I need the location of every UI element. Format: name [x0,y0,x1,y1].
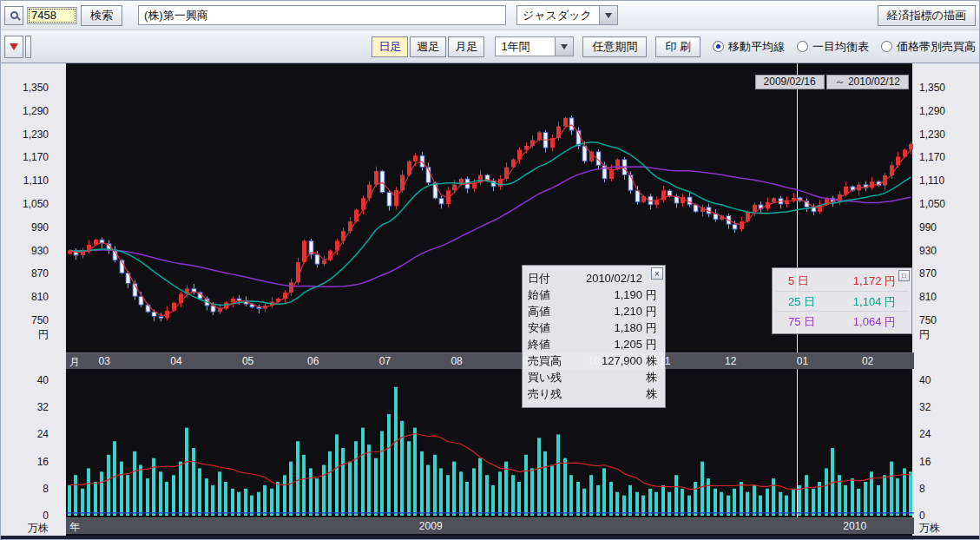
price-axis-label: 1,110 [23,175,49,187]
price-axis-label: 990 [919,221,937,234]
market-select-arrow-button[interactable] [599,5,618,25]
price-axis-label: 1,350 [23,82,49,94]
price-axis-label: 810 [31,291,49,303]
month-label: 01 [797,355,808,367]
volume-axis-label: 16 [919,456,931,468]
ma-legend: □ 5 日1,172 円25 日1,104 円75 日1,064 円 [772,267,912,334]
year-label: 2010 [843,520,866,532]
tooltip-row: 始値1,190円 [528,286,660,303]
radio-icon [797,41,808,52]
volume-axis-label: 0 [919,510,925,522]
tooltip-row: 終値1,205円 [528,336,660,352]
period-monthly-button[interactable]: 月足 [448,36,484,57]
price-axis-label: 1,290 [919,105,945,117]
radio-ichimoku-label: 一目均衡表 [812,39,869,55]
app-window: 検索 ジャスダック 経済指標の描画 日足 週足 月足 1年間 任意期間 印 刷 … [0,0,980,540]
volume-axis-label: 40 [37,374,49,386]
price-axis-label: 870 [919,267,937,280]
toolbar-secondary: 日足 週足 月足 1年間 任意期間 印 刷 移動平均線 一目均衡表 価格帯別売買… [1,30,979,63]
radio-icon [881,41,892,52]
range-select-arrow-button[interactable] [555,36,574,56]
economic-indicator-button[interactable]: 経済指標の描画 [878,5,976,26]
volume-chart[interactable] [66,369,914,517]
volume-axis-label: 32 [919,401,931,413]
tooltip-row: 売買高127,900株 [528,352,660,369]
legend-row: 25 日1,104 円 [776,291,908,311]
month-label: 07 [379,355,391,367]
month-label: 06 [307,355,319,367]
period-controls: 日足 週足 月足 1年間 任意期間 印 刷 移動平均線 一目均衡表 価格帯別売買… [370,36,976,57]
price-axis-unit: 円 [38,328,49,340]
stock-code-input[interactable] [27,7,77,24]
tooltip-row: 日付2010/02/12 [528,270,660,286]
price-axis-label: 1,110 [919,175,944,187]
volume-axis-label: 40 [919,374,931,386]
volume-axis-label: 8 [43,483,49,495]
search-icon-button[interactable] [4,6,23,25]
year-label: 2009 [419,520,443,532]
date-range-end: ～ 2010/02/12 [826,75,909,89]
price-axis-label: 750 [31,314,49,326]
panel-collapse-button[interactable] [4,36,23,58]
price-axis-left: 1,3501,2901,2301,1701,1101,0509909308708… [1,63,66,536]
date-range-badge: 2009/02/16 ～ 2010/02/12 [755,75,909,89]
ohlc-tooltip-rows: 日付2010/02/12始値1,190円高値1,210円安値1,180円終値1,… [528,270,660,402]
price-axis-label: 990 [31,221,49,234]
month-label: 05 [242,355,253,367]
period-daily-button[interactable]: 日足 [372,36,408,57]
price-axis-label: 930 [919,245,937,257]
radio-icon [713,41,724,52]
legend-minimize-button[interactable]: □ [898,270,910,281]
radio-moving-average-label: 移動平均線 [728,39,785,55]
volume-axis-label: 16 [37,456,49,468]
market-select: ジャスダック [516,5,618,25]
stock-name-input[interactable] [138,5,506,25]
volume-axis-label: 24 [37,428,49,440]
ma-legend-rows: 5 日1,172 円25 日1,104 円75 日1,064 円 [776,271,908,331]
price-axis-label: 1,050 [919,198,945,210]
volume-axis-unit: 万株 [28,522,49,534]
radio-moving-average[interactable]: 移動平均線 [713,39,785,55]
market-select-value[interactable]: ジャスダック [516,5,600,25]
price-axis-label: 1,050 [23,198,49,210]
volume-axis-label: 24 [919,428,931,440]
legend-row: 5 日1,172 円 [776,271,908,291]
tooltip-row: 高値1,210円 [528,303,660,319]
custom-period-button[interactable]: 任意期間 [582,36,647,57]
month-axis-title: 月 [69,355,80,370]
price-axis-label: 750 [919,314,937,326]
month-label: 02 [862,355,873,367]
volume-axis-unit: 万株 [919,522,940,534]
search-button[interactable]: 検索 [81,5,122,26]
print-button[interactable]: 印 刷 [655,36,700,57]
period-weekly-button[interactable]: 週足 [410,36,446,57]
price-axis-label: 1,170 [919,151,945,163]
radio-volume-by-price-label: 価格帯別売買高 [897,39,976,55]
chevron-down-icon [605,13,612,18]
price-axis-right: 1,3501,2901,2301,1701,1101,0509909308708… [912,63,979,536]
price-axis-label: 1,170 [23,151,49,163]
volume-axis-label: 8 [919,483,925,495]
price-axis-unit: 円 [919,328,930,340]
volume-axis-label: 0 [43,510,49,522]
time-axis-months: 月030405060708091011120102 [66,352,914,369]
search-icon [10,11,18,19]
month-label: 04 [170,355,181,367]
tooltip-row: 安値1,180円 [528,319,660,336]
price-axis-label: 810 [919,291,937,303]
month-label: 03 [99,355,110,367]
tooltip-close-button[interactable]: × [651,267,663,280]
time-axis-years: 年20092010 [66,517,914,534]
price-axis-label: 870 [31,267,49,280]
radio-volume-by-price[interactable]: 価格帯別売買高 [881,39,976,55]
radio-ichimoku[interactable]: 一目均衡表 [797,39,869,55]
price-axis-label: 1,290 [23,105,49,117]
window-bottom-frame [1,536,979,539]
price-axis-label: 930 [31,245,49,257]
panel-handle[interactable] [25,36,31,58]
toolbar-primary: 検索 ジャスダック 経済指標の描画 [1,1,979,30]
range-select-value[interactable]: 1年間 [495,36,556,56]
tooltip-row: 買い残株 [528,369,660,385]
tooltip-row: 売り残株 [528,385,660,402]
year-axis-title: 年 [69,520,80,535]
